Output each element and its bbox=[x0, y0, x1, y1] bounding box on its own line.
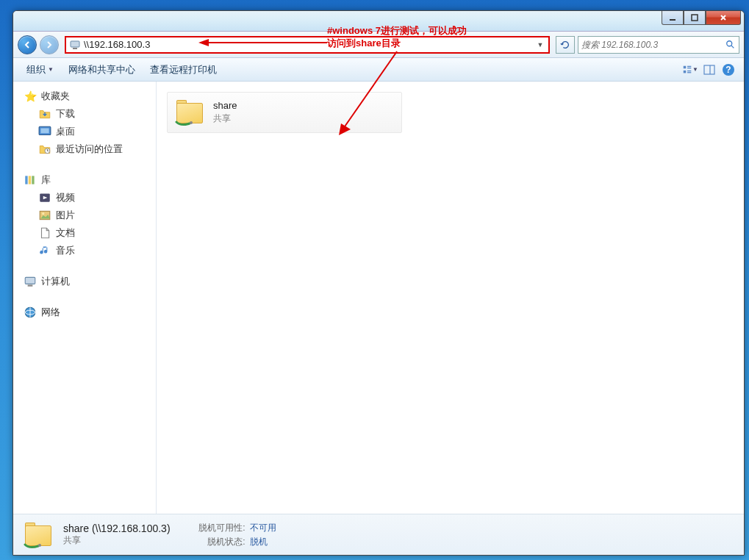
desktop-label: 桌面 bbox=[56, 125, 75, 138]
sidebar-item-videos[interactable]: 视频 bbox=[13, 189, 156, 207]
address-bar[interactable]: \\192.168.100.3 ▼ bbox=[65, 36, 550, 54]
details-properties: 脱机可用性: 不可用 脱机状态: 脱机 bbox=[194, 522, 276, 548]
details-title: share (\\192.168.100.3) bbox=[63, 523, 171, 534]
svg-point-24 bbox=[42, 212, 44, 215]
refresh-button[interactable] bbox=[556, 36, 575, 54]
chevron-down-icon: ▼ bbox=[48, 66, 54, 73]
offline-status-label: 脱机状态: bbox=[194, 536, 246, 548]
address-text: \\192.168.100.3 bbox=[84, 39, 532, 50]
svg-text:?: ? bbox=[725, 65, 731, 75]
sidebar-item-desktop[interactable]: 桌面 bbox=[13, 123, 156, 140]
documents-label: 文档 bbox=[56, 226, 75, 240]
file-name: share bbox=[213, 100, 237, 111]
organize-menu[interactable]: 组织 ▼ bbox=[21, 61, 60, 79]
svg-rect-2 bbox=[71, 41, 79, 47]
details-pane: share (\\192.168.100.3) 共享 脱机可用性: 不可用 脱机… bbox=[13, 514, 744, 555]
share-folder-item[interactable]: share 共享 bbox=[167, 92, 402, 133]
offline-avail-label: 脱机可用性: bbox=[194, 522, 246, 534]
network-center-button[interactable]: 网络和共享中心 bbox=[62, 61, 141, 79]
computer-icon bbox=[69, 39, 81, 51]
music-label: 音乐 bbox=[56, 244, 75, 257]
svg-point-30 bbox=[190, 121, 193, 124]
offline-availability-row: 脱机可用性: 不可用 bbox=[194, 522, 276, 534]
details-subtitle: 共享 bbox=[63, 534, 171, 547]
svg-rect-26 bbox=[28, 285, 33, 287]
picture-icon bbox=[38, 209, 51, 222]
preview-pane-button[interactable] bbox=[701, 62, 717, 78]
explorer-body: ⭐ 收藏夹 下载 桌面 bbox=[13, 82, 744, 514]
sidebar-item-recent[interactable]: 最近访问的位置 bbox=[13, 140, 156, 158]
svg-rect-6 bbox=[684, 65, 687, 68]
details-icon bbox=[24, 520, 54, 550]
view-mode-button[interactable]: ▼ bbox=[682, 62, 698, 78]
library-icon bbox=[24, 173, 37, 187]
search-icon[interactable] bbox=[725, 40, 736, 50]
view-printers-label: 查看远程打印机 bbox=[150, 63, 217, 76]
download-icon bbox=[38, 107, 51, 121]
offline-status-value: 脱机 bbox=[250, 536, 268, 548]
network-icon bbox=[24, 306, 37, 319]
svg-rect-19 bbox=[25, 176, 27, 184]
maximize-button[interactable] bbox=[684, 10, 706, 25]
explorer-window: \\192.168.100.3 ▼ 组织 ▼ 网络和共享中心 查看远程打印机 ▼ bbox=[12, 10, 745, 556]
sidebar-item-pictures[interactable]: 图片 bbox=[13, 207, 156, 224]
view-printers-button[interactable]: 查看远程打印机 bbox=[144, 61, 223, 79]
file-info: share 共享 bbox=[213, 100, 237, 125]
close-button[interactable] bbox=[706, 10, 741, 25]
titlebar bbox=[13, 11, 744, 32]
sidebar-item-downloads[interactable]: 下载 bbox=[13, 105, 156, 123]
recent-label: 最近访问的位置 bbox=[56, 143, 123, 156]
recent-icon bbox=[38, 143, 51, 156]
forward-button[interactable] bbox=[40, 35, 59, 54]
network-group: 网络 bbox=[13, 304, 156, 321]
sidebar-item-music[interactable]: 音乐 bbox=[13, 242, 156, 259]
network-label: 网络 bbox=[41, 306, 60, 319]
file-subtitle: 共享 bbox=[213, 112, 237, 125]
sidebar-item-computer[interactable]: 计算机 bbox=[13, 273, 156, 290]
offline-avail-value: 不可用 bbox=[250, 522, 276, 534]
svg-rect-21 bbox=[32, 176, 34, 184]
share-folder-icon bbox=[175, 97, 206, 128]
music-icon bbox=[38, 244, 51, 257]
svg-rect-11 bbox=[687, 72, 691, 73]
computer-label: 计算机 bbox=[41, 275, 70, 288]
network-center-label: 网络和共享中心 bbox=[68, 63, 135, 76]
help-button[interactable]: ? bbox=[720, 62, 737, 78]
content-pane[interactable]: share 共享 bbox=[157, 82, 744, 514]
pictures-label: 图片 bbox=[56, 209, 75, 222]
computer-icon bbox=[24, 275, 37, 288]
star-icon: ⭐ bbox=[24, 90, 37, 103]
svg-rect-25 bbox=[25, 277, 35, 284]
back-button[interactable] bbox=[18, 35, 37, 54]
minimize-button[interactable] bbox=[662, 10, 684, 25]
details-main: share (\\192.168.100.3) 共享 bbox=[63, 523, 171, 547]
svg-rect-20 bbox=[29, 176, 31, 184]
desktop-icon bbox=[38, 125, 51, 138]
chevron-down-icon: ▼ bbox=[692, 66, 698, 73]
navigation-pane: ⭐ 收藏夹 下载 桌面 bbox=[13, 82, 157, 514]
search-box[interactable] bbox=[578, 36, 739, 54]
favorites-header[interactable]: ⭐ 收藏夹 bbox=[13, 87, 156, 105]
libraries-label: 库 bbox=[41, 173, 51, 187]
computer-group: 计算机 bbox=[13, 273, 156, 290]
svg-rect-7 bbox=[687, 65, 691, 66]
sidebar-item-network[interactable]: 网络 bbox=[13, 304, 156, 321]
svg-rect-8 bbox=[687, 67, 691, 68]
svg-rect-9 bbox=[684, 70, 687, 73]
navigation-bar: \\192.168.100.3 ▼ bbox=[13, 32, 744, 58]
svg-rect-12 bbox=[704, 65, 714, 74]
favorites-label: 收藏夹 bbox=[41, 90, 70, 103]
svg-rect-1 bbox=[692, 15, 698, 21]
sidebar-item-documents[interactable]: 文档 bbox=[13, 224, 156, 242]
svg-rect-3 bbox=[73, 48, 77, 49]
svg-rect-10 bbox=[687, 70, 691, 71]
address-dropdown-icon[interactable]: ▼ bbox=[535, 41, 545, 49]
offline-status-row: 脱机状态: 脱机 bbox=[194, 536, 276, 548]
libraries-header[interactable]: 库 bbox=[13, 171, 156, 189]
videos-label: 视频 bbox=[56, 191, 75, 204]
libraries-group: 库 视频 图片 文档 bbox=[13, 171, 156, 259]
svg-line-5 bbox=[731, 45, 734, 48]
document-icon bbox=[38, 226, 51, 240]
video-icon bbox=[38, 191, 51, 204]
search-input[interactable] bbox=[581, 40, 723, 50]
